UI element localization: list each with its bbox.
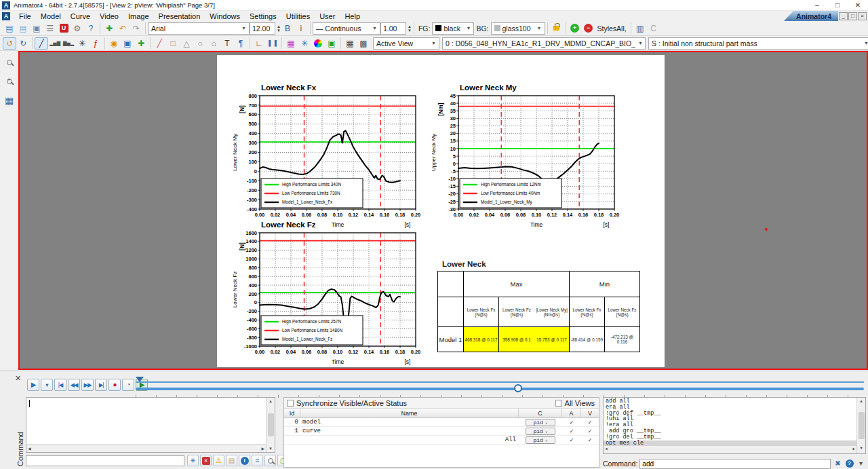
search-icon[interactable] xyxy=(264,455,276,466)
visible-checkbox[interactable]: ✓ xyxy=(581,428,599,435)
mini-axes-icon[interactable]: ∟ xyxy=(252,37,266,50)
add-icon[interactable]: + xyxy=(568,22,582,35)
refresh-icon[interactable]: C xyxy=(647,22,660,35)
spectrum-chart-icon[interactable]: ▂▅▇ xyxy=(48,37,62,50)
command-output-area[interactable]: ▲▼ ◀▶ xyxy=(26,397,275,453)
line-width-stepper[interactable]: 1.00▲▼ xyxy=(380,22,412,35)
play-options-dropdown[interactable]: ▾ xyxy=(41,379,53,391)
first-frame-button[interactable]: |◀ xyxy=(54,379,66,391)
remove-icon[interactable]: − xyxy=(582,22,595,35)
bold-icon[interactable]: B xyxy=(281,22,294,35)
text-tool-icon[interactable]: T xyxy=(220,37,234,50)
active-checkbox[interactable]: ✓ xyxy=(562,419,581,426)
grid-alt-icon[interactable]: ▩ xyxy=(357,37,370,50)
play-button[interactable]: ▶ xyxy=(27,379,39,391)
crosshair-icon[interactable]: ✳ xyxy=(298,37,311,50)
loop-timer-button[interactable]: ◔ xyxy=(122,379,134,391)
step-back-button[interactable]: ◀◀ xyxy=(68,379,80,391)
command-help-icon[interactable]: ? xyxy=(844,459,854,469)
console-filter-input[interactable] xyxy=(26,455,184,466)
object-list-footer-row[interactable]: Allpid⌄✓✓ xyxy=(284,436,599,445)
menu-curve[interactable]: Curve xyxy=(66,12,95,21)
warnings-icon[interactable]: ⚠ xyxy=(213,455,224,466)
plot-icon[interactable]: ╱ xyxy=(35,37,48,50)
rotate-ccw-icon[interactable]: ↺ xyxy=(3,37,16,50)
stop-icon[interactable]: U xyxy=(57,22,71,35)
history-dropdown-icon[interactable]: ▾ xyxy=(856,459,866,469)
move-icon[interactable]: ✚ xyxy=(134,37,148,50)
log-icon[interactable]: ▤ xyxy=(226,455,237,466)
pick-region-icon[interactable]: ▣ xyxy=(121,37,134,50)
history-vscrollbar[interactable]: ▲▼ xyxy=(856,398,865,453)
grid-icon[interactable]: ▦ xyxy=(343,37,357,50)
mdi-close-button[interactable]: × xyxy=(858,12,867,20)
mdi-restore-button[interactable]: □ xyxy=(848,12,857,20)
step-forward-button[interactable]: ▶▶ xyxy=(81,379,94,391)
state-select[interactable]: S : Initial non structural part mass▼ xyxy=(648,37,868,50)
save-icon[interactable]: ▣ xyxy=(30,22,43,35)
model-select[interactable]: 0 : D056_048_HYN_EA1c_R1_DRV_MDMD_CNCAP_… xyxy=(442,37,646,50)
open-recent-icon[interactable]: ▤ xyxy=(16,22,30,35)
command-output-vscrollbar[interactable]: ▲▼ xyxy=(266,398,275,452)
maximize-button[interactable]: □ xyxy=(827,0,848,10)
rect-tool-icon[interactable]: □ xyxy=(166,37,180,50)
menu-image[interactable]: Image xyxy=(123,12,154,21)
menu-settings[interactable]: Settings xyxy=(245,12,281,21)
active-checkbox[interactable]: ✓ xyxy=(562,428,581,435)
pick-point-icon[interactable]: ◉ xyxy=(107,37,121,50)
clear-command-icon[interactable]: ✖ xyxy=(833,459,843,469)
histogram-icon[interactable]: ▇▅▂ xyxy=(62,37,75,50)
sync-checkbox[interactable] xyxy=(287,400,294,407)
new-note-icon[interactable]: ✚ xyxy=(102,22,116,35)
print-icon[interactable]: ☰ xyxy=(43,22,57,35)
layout-grid-icon[interactable]: ▦ xyxy=(3,94,16,107)
rainbow-icon[interactable] xyxy=(311,37,325,50)
menu-presentation[interactable]: Presentation xyxy=(154,12,205,21)
color-mode-dropdown[interactable]: pid⌄ xyxy=(526,428,555,435)
note-tool-icon[interactable]: ¶ xyxy=(234,37,248,50)
palette-icon[interactable]: ▦ xyxy=(284,37,298,50)
menu-model[interactable]: Model xyxy=(36,12,66,21)
chart-lower-neck-my[interactable]: 0.000.020.040.060.080.100.120.140.160.18… xyxy=(429,81,626,233)
command-output-hscrollbar[interactable]: ◀▶ xyxy=(26,444,266,452)
lock-icon[interactable] xyxy=(550,22,564,35)
active-view-select[interactable]: Active View▼ xyxy=(373,37,439,50)
object-list-row[interactable]: 0modelpid⌄✓✓ xyxy=(284,418,599,427)
history-hscrollbar[interactable]: ◀▶ xyxy=(604,445,856,453)
polygon-tool-icon[interactable]: ⌂ xyxy=(207,37,220,50)
menu-utilities[interactable]: Utilities xyxy=(281,12,315,21)
equals-icon[interactable]: = xyxy=(252,455,263,466)
italic-icon[interactable]: i xyxy=(294,22,308,35)
undo-icon[interactable]: ↶ xyxy=(116,22,130,35)
zoom-icon[interactable] xyxy=(3,56,16,69)
ellipse-tool-icon[interactable]: ○ xyxy=(193,37,207,50)
plot-viewport[interactable]: 0.000.020.040.060.080.100.120.140.160.18… xyxy=(18,51,868,370)
chart-lower-neck-fz[interactable]: 0.000.020.040.060.080.100.120.140.160.18… xyxy=(231,218,427,371)
timeline-track[interactable] xyxy=(136,388,864,390)
redo-icon[interactable]: ↷ xyxy=(130,22,143,35)
color-mode-dropdown[interactable]: pid⌄ xyxy=(526,419,555,426)
command-input[interactable] xyxy=(639,459,831,469)
record-button[interactable]: ● xyxy=(108,379,121,391)
bg-color-select[interactable]: glass100▼ xyxy=(491,22,545,35)
minimize-button[interactable]: – xyxy=(807,0,827,10)
rotate-cw-icon[interactable]: ↻ xyxy=(16,37,30,50)
line-style-select[interactable]: — Continuous▼ xyxy=(313,22,380,35)
object-list-row[interactable]: 1curvepid⌄✓✓ xyxy=(284,427,599,436)
font-size-stepper[interactable]: 12.00▲▼ xyxy=(250,22,281,35)
open-file-icon[interactable]: ▤ xyxy=(3,22,16,35)
errors-icon[interactable]: × xyxy=(200,455,212,466)
curve-fit-icon[interactable]: ƒ xyxy=(89,37,102,50)
menu-help[interactable]: Help xyxy=(340,12,365,21)
triangle-tool-icon[interactable]: △ xyxy=(180,37,193,50)
color-mode-dropdown[interactable]: pid⌄ xyxy=(526,436,555,444)
command-history[interactable]: add allera all!gro def __tmp__!uhi all!e… xyxy=(603,397,866,454)
info-icon[interactable]: i xyxy=(239,455,250,466)
menu-video[interactable]: Video xyxy=(95,12,123,21)
image-add-icon[interactable]: ▣ xyxy=(325,37,338,50)
visible-checkbox[interactable]: ✓ xyxy=(581,436,599,444)
timeline-range-track[interactable] xyxy=(136,381,864,383)
visible-checkbox[interactable]: ✓ xyxy=(581,419,599,426)
font-select[interactable]: Arial▼ xyxy=(148,22,250,35)
snapshot-icon[interactable]: ▥ xyxy=(633,22,647,35)
